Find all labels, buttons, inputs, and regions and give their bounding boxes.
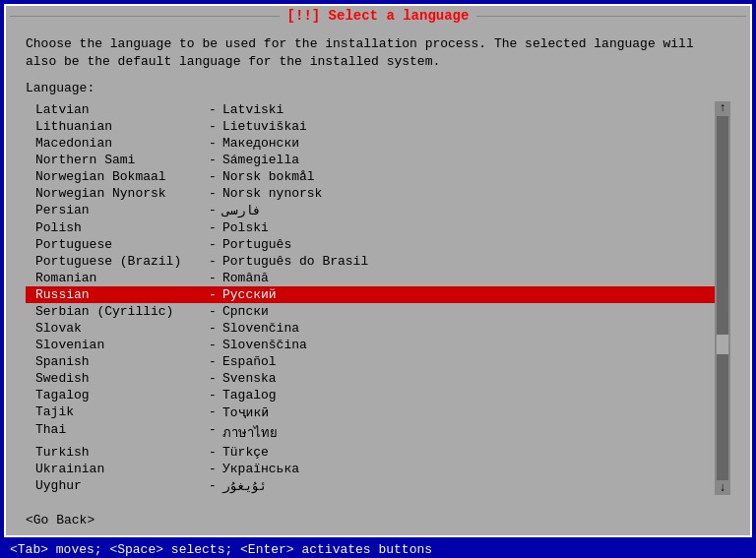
language-item[interactable]: Russian-Русский [26, 286, 715, 303]
language-item[interactable]: Persian-فارسی [26, 202, 715, 219]
language-native-name: Svenska [222, 371, 715, 386]
language-item[interactable]: Serbian (Cyrillic)-Српски [26, 303, 715, 320]
language-item[interactable]: Swedish-Svenska [26, 370, 715, 387]
language-item[interactable]: Lithuanian-Lietuviškai [26, 118, 715, 135]
language-item[interactable]: Norwegian Nynorsk-Norsk nynorsk [26, 185, 715, 202]
language-name: Macedonian [26, 136, 203, 151]
language-separator: - [203, 102, 222, 117]
language-item[interactable]: Tagalog-Tagalog [26, 387, 715, 403]
language-item[interactable]: Ukrainian-Українська [26, 461, 715, 477]
dialog-box: [!!] Select a language Choose the langua… [4, 4, 752, 537]
language-native-name: Română [222, 271, 715, 285]
language-item[interactable]: Portuguese-Português [26, 236, 715, 253]
language-name: Uyghur [26, 478, 203, 494]
content-area: Choose the language to be used for the i… [6, 26, 750, 505]
go-back-area: <Go Back> [6, 505, 750, 535]
language-native-name: Español [222, 354, 715, 369]
language-separator: - [203, 388, 222, 403]
language-name: Thai [26, 422, 203, 443]
language-name: Romanian [26, 271, 203, 285]
language-native-name: Português [222, 237, 715, 252]
language-native-name: Lietuviškai [222, 119, 715, 134]
language-item[interactable]: Norwegian Bokmaal-Norsk bokmål [26, 168, 715, 185]
scroll-thumb [717, 335, 728, 354]
language-item[interactable]: Uyghur-ئۇيغۇر [26, 477, 715, 495]
language-separator: - [203, 153, 222, 167]
language-native-name: Latviski [222, 102, 715, 117]
border-left [10, 16, 280, 17]
language-separator: - [203, 478, 222, 494]
language-native-name: Русский [222, 287, 715, 302]
language-native-name: Norsk bokmål [222, 169, 715, 184]
title-bar: [!!] Select a language [6, 6, 750, 26]
language-list[interactable]: Latvian-LatviskiLithuanian-LietuviškaiMa… [26, 101, 715, 495]
language-item[interactable]: Romanian-Română [26, 270, 715, 286]
language-separator: - [203, 287, 222, 302]
language-separator: - [203, 271, 222, 285]
language-native-name: ئۇيغۇر [222, 478, 715, 494]
language-native-name: Norsk nynorsk [222, 186, 715, 201]
language-item[interactable]: Northern Sami-Sámegiella [26, 152, 715, 168]
language-item[interactable]: Polish-Polski [26, 219, 715, 236]
language-separator: - [203, 462, 222, 476]
language-name: Persian [26, 203, 203, 218]
language-native-name: Sámegiella [222, 153, 715, 167]
language-name: Norwegian Nynorsk [26, 186, 203, 201]
dialog-title: [!!] Select a language [280, 8, 477, 24]
language-item[interactable]: Tajik-Тоҷикӣ [26, 403, 715, 421]
status-bar: <Tab> moves; <Space> selects; <Enter> ac… [4, 539, 752, 558]
language-name: Serbian (Cyrillic) [26, 304, 203, 319]
language-separator: - [203, 445, 222, 460]
scroll-track [717, 116, 728, 480]
language-item[interactable]: Latvian-Latviski [26, 101, 715, 118]
language-name: Tagalog [26, 388, 203, 403]
scroll-up-arrow[interactable]: ↑ [719, 102, 725, 114]
language-item[interactable]: Slovenian-Slovenščina [26, 337, 715, 353]
language-native-name: Türkçe [222, 445, 715, 460]
language-name: Northern Sami [26, 153, 203, 167]
language-separator: - [203, 338, 222, 352]
language-name: Portuguese (Brazil) [26, 254, 203, 269]
language-separator: - [203, 321, 222, 336]
language-name: Swedish [26, 371, 203, 386]
language-name: Lithuanian [26, 119, 203, 134]
language-item[interactable]: Turkish-Türkçe [26, 444, 715, 461]
description-text: Choose the language to be used for the i… [26, 35, 730, 71]
go-back-button[interactable]: <Go Back> [26, 513, 94, 527]
language-name: Spanish [26, 354, 203, 369]
language-name: Turkish [26, 445, 203, 460]
language-item[interactable]: Spanish-Español [26, 353, 715, 370]
language-separator: - [203, 304, 222, 319]
language-separator: - [203, 119, 222, 134]
language-native-name: Українська [222, 462, 715, 476]
language-native-name: Slovenščina [222, 338, 715, 352]
language-item[interactable]: Portuguese (Brazil)-Português do Brasil [26, 253, 715, 270]
list-container: Latvian-LatviskiLithuanian-LietuviškaiMa… [26, 101, 730, 495]
language-name: Tajik [26, 404, 203, 420]
language-native-name: Polski [222, 220, 715, 235]
language-name: Russian [26, 287, 203, 302]
language-separator: - [203, 186, 222, 201]
language-separator: - [203, 404, 222, 420]
language-name: Latvian [26, 102, 203, 117]
language-item[interactable]: Thai-ภาษาไทย [26, 421, 715, 444]
language-separator: - [203, 169, 222, 184]
language-separator: - [203, 254, 222, 269]
main-container: [!!] Select a language Choose the langua… [0, 0, 756, 558]
language-native-name: Tagalog [222, 388, 715, 403]
border-right [476, 16, 746, 17]
language-native-name: Тоҷикӣ [222, 404, 715, 420]
language-native-name: Српски [222, 304, 715, 319]
language-item[interactable]: Macedonian-Македонски [26, 135, 715, 152]
language-separator: - [203, 220, 222, 235]
language-name: Norwegian Bokmaal [26, 169, 203, 184]
language-native-name: فارسی [222, 203, 715, 218]
language-native-name: Македонски [222, 136, 715, 151]
language-separator: - [203, 203, 222, 218]
scrollbar[interactable]: ↑ ↓ [715, 101, 730, 495]
scroll-down-arrow[interactable]: ↓ [719, 482, 725, 494]
language-native-name: Português do Brasil [222, 254, 715, 269]
language-name: Slovak [26, 321, 203, 336]
language-item[interactable]: Slovak-Slovenčina [26, 320, 715, 337]
language-separator: - [203, 354, 222, 369]
